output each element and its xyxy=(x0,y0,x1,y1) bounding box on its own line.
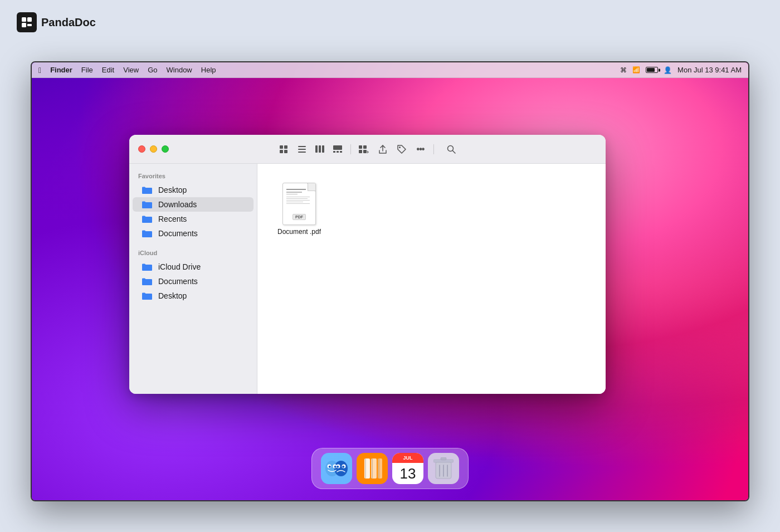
svg-rect-7 xyxy=(284,150,287,153)
section-gap xyxy=(129,241,257,250)
sidebar-item-downloads[interactable]: Downloads xyxy=(133,197,254,212)
file-item-pdf[interactable]: PDF Document .pdf xyxy=(274,180,324,236)
pdf-fold xyxy=(308,183,315,191)
menu-go[interactable]: Go xyxy=(148,66,157,74)
dock-finder[interactable] xyxy=(321,453,352,484)
svg-rect-0 xyxy=(22,17,26,22)
svg-rect-6 xyxy=(280,150,283,153)
svg-rect-3 xyxy=(27,24,32,26)
search-button[interactable] xyxy=(443,143,460,156)
svg-rect-16 xyxy=(337,151,339,153)
minimize-button[interactable] xyxy=(150,145,157,153)
finder-content: PDF Document .pdf xyxy=(257,164,606,394)
svg-rect-45 xyxy=(441,457,446,460)
menu-edit[interactable]: Edit xyxy=(102,66,114,74)
sidebar-item-recents[interactable]: Recents xyxy=(133,212,254,226)
pd-icon xyxy=(17,12,37,32)
folder-icon-recents xyxy=(142,214,153,223)
documents-label: Documents xyxy=(158,229,198,238)
sidebar-item-icloud-documents[interactable]: Documents xyxy=(133,274,254,289)
menu-bar:  Finder File Edit View Go Window Help ⌘… xyxy=(32,62,748,78)
pdf-file-icon: PDF xyxy=(280,180,318,225)
gallery-view-button[interactable] xyxy=(329,143,346,156)
fullscreen-button[interactable] xyxy=(162,145,169,153)
svg-point-34 xyxy=(337,466,339,468)
svg-rect-21 xyxy=(363,150,367,153)
pandadoc-name: PandaDoc xyxy=(41,16,96,29)
traffic-lights xyxy=(138,145,169,153)
menu-finder[interactable]: Finder xyxy=(50,66,72,74)
grid-view-button[interactable] xyxy=(276,143,292,156)
list-view-button[interactable] xyxy=(294,143,310,156)
recents-label: Recents xyxy=(158,214,187,223)
favorites-label: Favorites xyxy=(129,173,257,183)
wifi-symbol: 📶 xyxy=(632,66,640,74)
folder-icon-documents xyxy=(142,229,153,238)
battery-icon xyxy=(646,67,658,73)
finder-body: Favorites Desktop Downloads xyxy=(129,164,606,394)
mac-dock: JUL 13 xyxy=(311,448,469,489)
view-icons xyxy=(276,143,346,156)
folder-icon-icloud-desktop xyxy=(142,291,153,300)
pdf-body-line-3 xyxy=(286,200,310,201)
pdf-body-lines xyxy=(286,197,312,204)
apple-menu[interactable]:  xyxy=(38,66,41,75)
dock-trash[interactable] xyxy=(428,453,459,484)
menu-bar-right: ⌘ 📶 👤 Mon Jul 13 9:41 AM xyxy=(620,66,742,74)
toolbar-icons: ••• xyxy=(276,143,460,156)
svg-rect-15 xyxy=(333,151,335,153)
sidebar-item-icloud-desktop[interactable]: Desktop xyxy=(133,289,254,303)
svg-line-24 xyxy=(452,150,455,153)
menu-bar-left:  Finder File Edit View Go Window Help xyxy=(38,66,216,75)
svg-rect-9 xyxy=(298,149,306,150)
svg-rect-12 xyxy=(319,145,321,153)
menu-view[interactable]: View xyxy=(123,66,139,74)
dock-calendar[interactable]: JUL 13 xyxy=(392,453,423,484)
separator-1 xyxy=(350,144,351,154)
pdf-page: PDF xyxy=(282,183,316,225)
svg-rect-14 xyxy=(333,145,342,150)
svg-rect-18 xyxy=(359,145,362,149)
svg-point-35 xyxy=(342,466,344,468)
icloud-desktop-label: Desktop xyxy=(158,291,187,300)
svg-rect-1 xyxy=(27,17,32,22)
desktop-label: Desktop xyxy=(158,186,187,194)
wifi-icon: ⌘ xyxy=(620,66,627,74)
svg-rect-41 xyxy=(372,458,373,479)
column-view-button[interactable] xyxy=(311,143,328,156)
menu-file[interactable]: File xyxy=(81,66,93,74)
share-button[interactable] xyxy=(374,143,391,156)
svg-rect-42 xyxy=(378,458,379,479)
finder-toolbar: ••• xyxy=(129,135,606,164)
menu-help[interactable]: Help xyxy=(201,66,216,74)
svg-rect-40 xyxy=(365,458,366,479)
pdf-body-line-2 xyxy=(286,198,308,199)
dock-books[interactable] xyxy=(357,453,388,484)
svg-rect-19 xyxy=(363,145,367,149)
tag-button[interactable] xyxy=(393,143,410,156)
sidebar-item-icloud-drive[interactable]: iCloud Drive xyxy=(133,260,254,274)
pandadoc-logo: PandaDoc xyxy=(17,12,96,32)
group-by-button[interactable] xyxy=(355,143,372,156)
mac-screen:  Finder File Edit View Go Window Help ⌘… xyxy=(31,61,749,501)
calendar-day: 13 xyxy=(400,465,416,482)
menu-window[interactable]: Window xyxy=(167,66,192,74)
svg-rect-8 xyxy=(298,146,306,147)
svg-rect-17 xyxy=(340,151,342,153)
finder-window: ••• Favorites Desktop xyxy=(129,135,606,394)
svg-point-22 xyxy=(399,147,401,148)
pdf-body-line-1 xyxy=(286,197,310,197)
pdf-label: PDF xyxy=(292,214,306,220)
folder-icon-icloud-docs xyxy=(142,277,153,286)
more-button[interactable]: ••• xyxy=(412,143,429,156)
close-button[interactable] xyxy=(138,145,145,153)
sidebar-item-documents[interactable]: Documents xyxy=(133,226,254,241)
folder-icon-icloud-drive xyxy=(142,262,153,271)
svg-rect-20 xyxy=(359,150,362,153)
datetime: Mon Jul 13 9:41 AM xyxy=(677,66,742,74)
svg-rect-4 xyxy=(280,145,283,149)
sidebar-item-desktop[interactable]: Desktop xyxy=(133,183,254,197)
svg-rect-10 xyxy=(298,152,306,153)
calendar-body: 13 xyxy=(400,463,416,484)
svg-point-31 xyxy=(334,466,337,468)
